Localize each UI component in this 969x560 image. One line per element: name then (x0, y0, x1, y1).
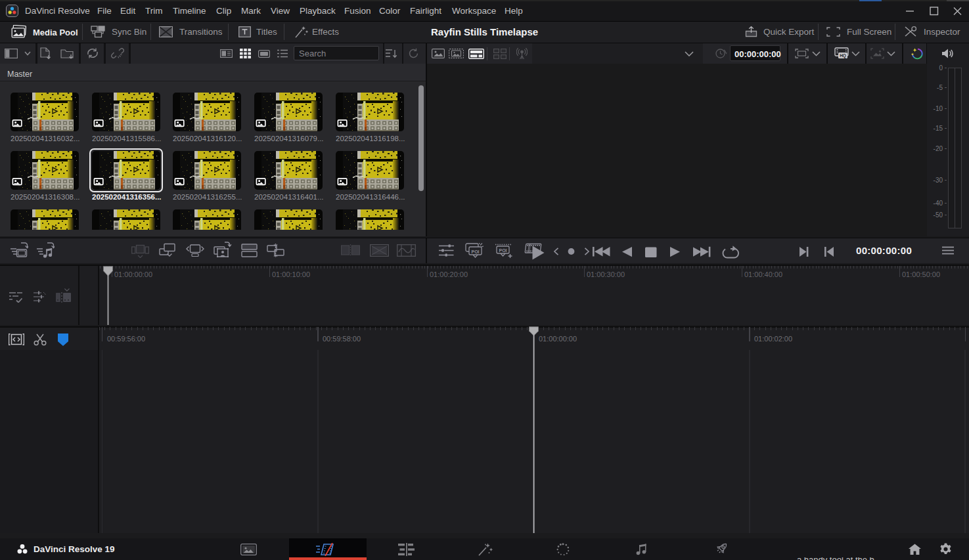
svg-text:-50: -50 (934, 211, 943, 219)
svg-text:HQ: HQ (840, 53, 846, 58)
svg-text:-40: -40 (934, 200, 943, 207)
svg-text:POI: POI (471, 249, 479, 254)
svg-text:-20: -20 (934, 145, 943, 152)
svg-text:POI: POI (499, 248, 507, 253)
svg-text:-15: -15 (934, 125, 943, 132)
svg-text:-5: -5 (937, 84, 943, 91)
svg-text:0: 0 (939, 64, 943, 72)
svg-text:-30: -30 (934, 177, 943, 184)
svg-text:-10: -10 (934, 105, 943, 112)
